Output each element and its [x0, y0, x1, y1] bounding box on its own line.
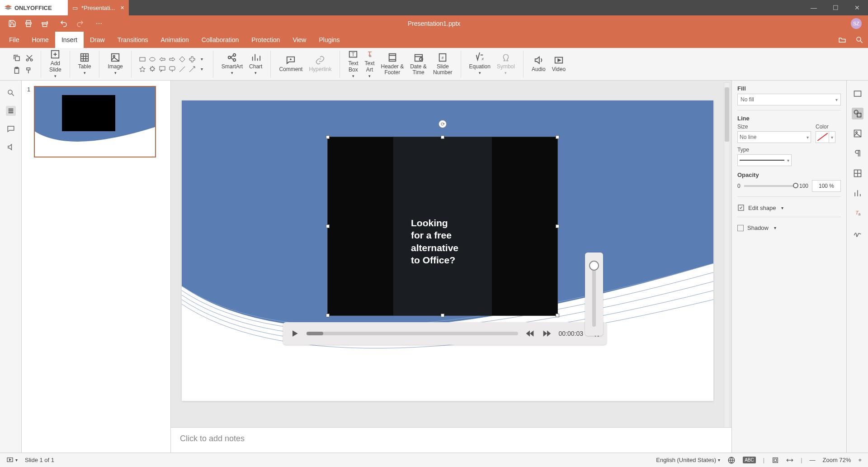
volume-knob[interactable]: [589, 261, 599, 271]
add-slide-button[interactable]: Add Slide▾: [47, 49, 63, 78]
shapes-gallery[interactable]: ▾ ▾: [138, 55, 207, 74]
opacity-value-input[interactable]: 100 %: [812, 180, 841, 192]
comment-button[interactable]: Comment: [277, 55, 304, 72]
equation-button[interactable]: xEquation▾: [467, 52, 492, 76]
table-button[interactable]: Table▾: [76, 52, 93, 76]
date-time-button[interactable]: Date & Time: [408, 52, 429, 76]
volume-slider[interactable]: [592, 262, 596, 327]
zoom-in-button[interactable]: +: [858, 457, 862, 463]
shape-line-icon[interactable]: [178, 65, 187, 74]
resize-handle-sw[interactable]: [326, 314, 330, 317]
tab-draw[interactable]: Draw: [84, 32, 111, 48]
editor-canvas[interactable]: Looking for a free alternative to Office…: [171, 81, 731, 453]
tab-animation[interactable]: Animation: [155, 32, 195, 48]
textbox-button[interactable]: TText Box▾: [346, 49, 360, 78]
tab-collaboration[interactable]: Collaboration: [195, 32, 245, 48]
shape-rect-icon[interactable]: [138, 55, 147, 64]
video-button[interactable]: Video: [550, 55, 567, 72]
resize-handle-s[interactable]: [441, 314, 444, 317]
redo-icon[interactable]: [76, 19, 84, 28]
shadow-toggle[interactable]: Shadow ▾: [737, 222, 841, 234]
slide-settings-icon[interactable]: [852, 88, 863, 100]
close-tab-icon[interactable]: ×: [120, 4, 124, 11]
format-painter-icon[interactable]: [24, 66, 34, 76]
copy-icon[interactable]: [12, 53, 22, 63]
minimize-icon[interactable]: —: [803, 0, 825, 15]
media-progress-track[interactable]: [307, 332, 518, 335]
tab-file[interactable]: File: [3, 32, 26, 48]
audio-button[interactable]: Audio: [530, 55, 547, 72]
shape-arrow-right-icon[interactable]: [168, 55, 177, 64]
chart-button[interactable]: Chart▾: [247, 52, 264, 76]
shape-ellipse-icon[interactable]: [148, 55, 157, 64]
doc-language-icon[interactable]: ABC: [743, 457, 756, 463]
rewind-icon[interactable]: [524, 328, 535, 339]
tab-home[interactable]: Home: [26, 32, 55, 48]
notes-pane[interactable]: Click to add notes: [171, 427, 731, 453]
paste-icon[interactable]: [12, 66, 22, 76]
shape-star-icon[interactable]: [138, 65, 147, 74]
cut-icon[interactable]: [24, 53, 34, 63]
close-window-icon[interactable]: ✕: [846, 0, 868, 15]
undo-icon[interactable]: [60, 19, 68, 28]
textart-settings-icon[interactable]: Ta: [852, 207, 863, 219]
shape-callout2-icon[interactable]: [168, 65, 177, 74]
language-selector[interactable]: English (United States) ▾: [656, 457, 720, 463]
resize-handle-se[interactable]: [556, 314, 559, 317]
open-location-icon[interactable]: [838, 36, 846, 44]
maximize-icon[interactable]: ☐: [825, 0, 846, 15]
spellcheck-icon[interactable]: [727, 456, 736, 464]
smartart-button[interactable]: SmartArt▾: [220, 52, 245, 76]
shape-more2-icon[interactable]: ▾: [198, 65, 207, 74]
resize-handle-ne[interactable]: [556, 135, 559, 139]
fit-page-icon[interactable]: [772, 457, 779, 464]
find-icon[interactable]: [855, 36, 863, 44]
shape-settings-icon[interactable]: [852, 108, 863, 119]
forward-icon[interactable]: [542, 328, 552, 339]
slides-tool-icon[interactable]: [6, 106, 16, 116]
shape-arrow-left-icon[interactable]: [158, 55, 167, 64]
textart-button[interactable]: TaText Art▾: [363, 49, 376, 78]
slide-number-button[interactable]: #Slide Number: [431, 52, 454, 76]
print-icon[interactable]: [24, 19, 33, 28]
play-icon[interactable]: [289, 328, 300, 339]
signature-settings-icon[interactable]: [852, 227, 863, 239]
slide-thumbnail-1[interactable]: [34, 86, 156, 157]
fill-select[interactable]: No fill▾: [737, 94, 841, 105]
tab-transitions[interactable]: Transitions: [111, 32, 155, 48]
feedback-tool-icon[interactable]: [6, 142, 16, 152]
resize-handle-n[interactable]: [441, 135, 444, 139]
user-avatar[interactable]: SZ: [851, 18, 862, 29]
vertical-scrollbar[interactable]: [724, 82, 730, 430]
opacity-slider[interactable]: [744, 185, 796, 187]
edit-shape-link[interactable]: Edit shape ▾: [737, 201, 841, 214]
tab-plugins[interactable]: Plugins: [312, 32, 346, 48]
tab-protection[interactable]: Protection: [245, 32, 286, 48]
image-button[interactable]: Image▾: [106, 52, 124, 76]
shape-arrow-line-icon[interactable]: [188, 65, 197, 74]
tab-view[interactable]: View: [286, 32, 312, 48]
shape-burst-icon[interactable]: [148, 65, 157, 74]
video-object[interactable]: Looking for a free alternative to Office…: [327, 137, 558, 316]
shadow-checkbox[interactable]: [737, 225, 744, 231]
rotate-handle[interactable]: ⟳: [439, 120, 447, 128]
zoom-out-button[interactable]: —: [810, 457, 816, 463]
line-type-select[interactable]: ▾: [737, 154, 792, 166]
fit-width-icon[interactable]: [786, 457, 793, 464]
more-icon[interactable]: ⋯: [95, 19, 103, 28]
shape-more-icon[interactable]: ▾: [198, 55, 207, 64]
resize-handle-nw[interactable]: [326, 135, 330, 139]
paragraph-settings-icon[interactable]: [852, 148, 863, 159]
shape-callout-icon[interactable]: [158, 65, 167, 74]
chart-settings-icon[interactable]: [852, 187, 863, 199]
save-icon[interactable]: [8, 19, 16, 28]
comments-tool-icon[interactable]: [6, 124, 16, 134]
shape-plus-icon[interactable]: [188, 55, 197, 64]
shape-diamond-icon[interactable]: [178, 55, 187, 64]
opacity-knob[interactable]: [793, 183, 798, 188]
start-slideshow-button[interactable]: ▾: [6, 457, 18, 464]
table-settings-icon[interactable]: [852, 167, 863, 179]
header-footer-button[interactable]: Header & Footer: [379, 52, 406, 76]
tab-insert[interactable]: Insert: [55, 32, 84, 48]
line-color-picker[interactable]: ▾: [816, 131, 835, 143]
